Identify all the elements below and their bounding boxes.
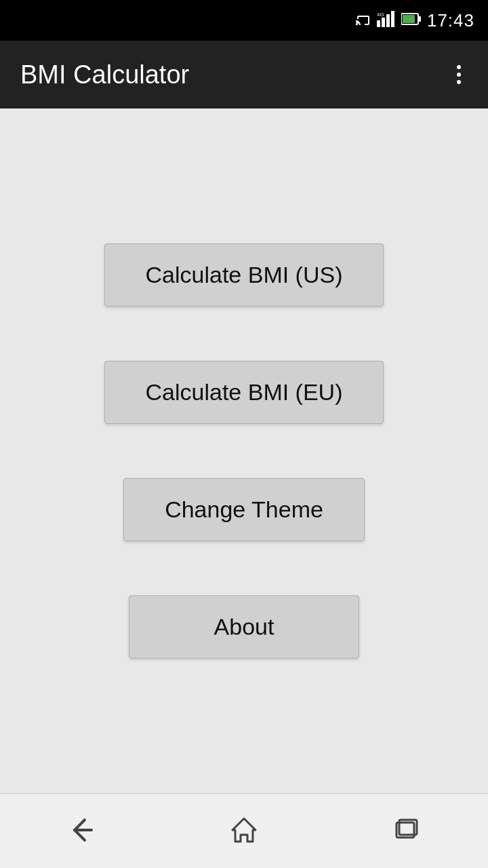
svg-marker-9 [232,818,256,842]
status-icons: 4G 17:43 [355,10,474,31]
svg-rect-7 [403,15,415,23]
overflow-dot-1 [457,65,461,69]
overflow-dot-3 [457,80,461,84]
status-time: 17:43 [427,10,474,31]
battery-icon [401,12,422,29]
app-bar: BMI Calculator [0,41,488,108]
main-content: Calculate BMI (US) Calculate BMI (EU) Ch… [0,108,488,793]
svg-rect-2 [386,14,390,27]
app-title: BMI Calculator [20,60,189,90]
overflow-menu-button[interactable] [450,58,468,91]
cast-icon [355,11,371,31]
svg-rect-3 [391,11,394,27]
svg-rect-0 [377,20,380,27]
calculate-bmi-us-button[interactable]: Calculate BMI (US) [104,243,384,307]
recents-button[interactable] [369,803,444,860]
about-button[interactable]: About [129,595,359,658]
home-icon [227,813,261,850]
change-theme-button[interactable]: Change Theme [123,478,365,541]
nav-bar [0,793,488,868]
back-icon [64,813,98,850]
signal-icon: 4G [377,11,396,31]
svg-text:4G: 4G [377,12,384,18]
svg-rect-6 [418,16,421,22]
overflow-dot-2 [457,73,461,77]
home-button[interactable] [207,803,281,860]
back-button[interactable] [44,803,119,860]
recents-icon [390,813,424,850]
calculate-bmi-eu-button[interactable]: Calculate BMI (EU) [104,361,384,424]
status-bar: 4G 17:43 [0,0,488,41]
svg-rect-1 [382,18,385,27]
